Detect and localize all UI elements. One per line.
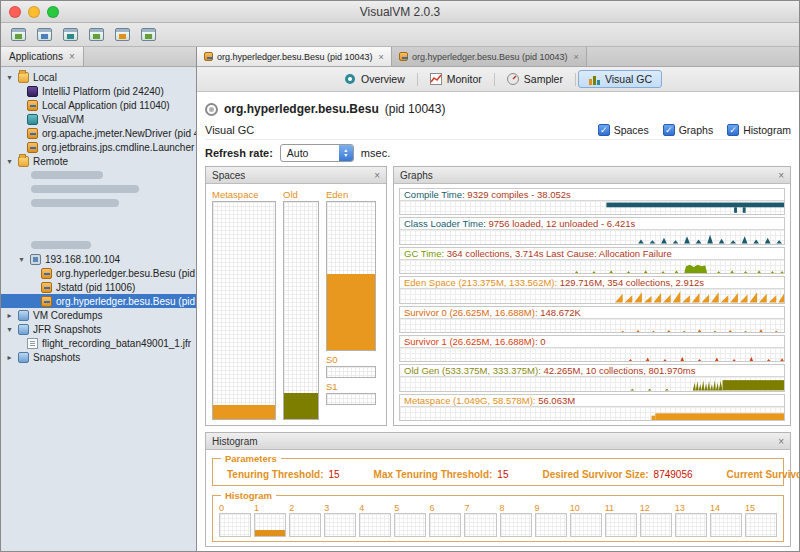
minimize-window-button[interactable]	[28, 6, 40, 18]
java-app-icon	[41, 296, 52, 307]
graphs-panel: Graphs × Compile Time: 9329 compiles - 3…	[393, 166, 791, 426]
checkbox-label: Spaces	[614, 124, 649, 136]
graph-value: 129.716M, 354 collections, 2.912s	[560, 277, 704, 288]
tenuring-threshold: Tenuring Threshold:15	[227, 469, 340, 480]
graph-row-compile-time: Compile Time: 9329 compiles - 38.052s	[399, 188, 785, 215]
survivor0-graph	[400, 319, 784, 332]
old-fill	[284, 393, 318, 419]
sidebar-item-jstatd[interactable]: Jstatd (pid 11006)	[1, 280, 196, 294]
visualvm-app-icon	[27, 114, 38, 125]
tab-label: Monitor	[447, 73, 482, 85]
close-icon[interactable]: ×	[69, 51, 75, 62]
zoom-window-button[interactable]	[47, 6, 59, 18]
sidebar-item-label: Local Application (pid 11040)	[42, 100, 170, 111]
redacted-item[interactable]	[1, 196, 196, 210]
add-application-button[interactable]	[33, 25, 55, 44]
old-space-view	[283, 201, 319, 420]
snapshot-button[interactable]	[59, 25, 81, 44]
graph-row-survivor0: Survivor 0 (26.625M, 16.688M): 148.672K	[399, 306, 785, 333]
sidebar-item-remote-host[interactable]: ▾ 193.168.100.104	[1, 252, 196, 266]
chevron-down-icon[interactable]: ▾	[17, 255, 26, 264]
tab-label: org.hyperledger.besu.Besu (pid 10043)	[412, 52, 568, 62]
histogram-bucket: 5	[394, 503, 426, 537]
graph-label: Class Loader Time:	[404, 218, 486, 229]
sidebar-item-jfr-snapshots[interactable]: ▾ JFR Snapshots	[1, 322, 196, 336]
title-bar: VisualVM 2.0.3	[1, 1, 799, 23]
redacted-item[interactable]	[1, 168, 196, 182]
histogram-bucket: 3	[324, 503, 356, 537]
histogram-panel-header: Histogram ×	[206, 433, 790, 450]
histogram-bucket: 10	[570, 503, 602, 537]
s0-label: S0	[326, 354, 376, 366]
chevron-right-icon[interactable]: ▸	[5, 311, 14, 320]
sidebar-item-local-application[interactable]: Local Application (pid 11040)	[1, 98, 196, 112]
intellij-app-icon	[27, 86, 38, 97]
thread-dump-icon	[89, 28, 104, 41]
sidebar-item-label: flight_recording_batan49001_1.jfr	[42, 338, 191, 349]
tab-visual-gc[interactable]: Visual GC	[578, 70, 662, 88]
graph-value: 0	[540, 336, 545, 347]
chevron-right-icon[interactable]: ▸	[5, 353, 14, 362]
sidebar-item-besu-2-selected[interactable]: org.hyperledger.besu.Besu (pid 10043)	[1, 294, 196, 308]
eden-space-view	[326, 201, 376, 351]
run-gc-button[interactable]	[137, 25, 159, 44]
histogram-bucket: 0	[219, 503, 251, 537]
java-app-icon	[27, 100, 38, 111]
refresh-rate-select[interactable]: Auto ▴▾	[280, 144, 354, 162]
close-window-button[interactable]	[9, 6, 21, 18]
chevron-down-icon[interactable]: ▾	[5, 157, 14, 166]
redacted-item[interactable]	[1, 238, 196, 252]
tab-besu-active[interactable]: org.hyperledger.besu.Besu (pid 10043) ×	[197, 47, 392, 66]
close-icon[interactable]: ×	[778, 170, 784, 181]
graph-row-old-gen: Old Gen (533.375M, 333.375M): 42.265M, 1…	[399, 364, 785, 391]
sidebar-item-visualvm[interactable]: VisualVM	[1, 112, 196, 126]
tab-overview[interactable]: Overview	[334, 70, 415, 88]
sidebar-item-local[interactable]: ▾ Local	[1, 70, 196, 84]
sidebar-item-label: 193.168.100.104	[45, 254, 120, 265]
tab-besu-inactive[interactable]: org.hyperledger.besu.Besu (pid 10043) ×	[392, 47, 587, 66]
sidebar-item-jfr-file[interactable]: flight_recording_batan49001_1.jfr	[1, 336, 196, 350]
current-survivor-size: Current Survivor Size:17498112	[727, 469, 799, 480]
sidebar-item-snapshots[interactable]: ▸ Snapshots	[1, 350, 196, 364]
histogram-bucket: 14	[710, 503, 742, 537]
graph-row-metaspace: Metaspace (1.049G, 58.578M): 56.063M	[399, 394, 785, 421]
java-app-icon	[204, 52, 213, 61]
tab-applications[interactable]: Applications ×	[1, 47, 84, 66]
host-icon	[30, 254, 41, 265]
gc-time-graph	[400, 260, 784, 273]
close-icon[interactable]: ×	[374, 170, 380, 181]
close-icon[interactable]: ×	[379, 52, 384, 62]
close-icon[interactable]: ×	[778, 436, 784, 447]
heap-dump-button[interactable]	[111, 25, 133, 44]
chevron-down-icon[interactable]: ▾	[5, 325, 14, 334]
panel-title: Histogram	[212, 436, 258, 447]
load-snapshot-button[interactable]	[7, 25, 29, 44]
refresh-rate-row: Refresh rate: Auto ▴▾ msec.	[205, 140, 791, 166]
histogram-checkbox[interactable]: ✓ Histogram	[727, 124, 791, 136]
spaces-checkbox[interactable]: ✓ Spaces	[598, 124, 649, 136]
sidebar-item-besu-1[interactable]: org.hyperledger.besu.Besu (pid 10043)	[1, 266, 196, 280]
close-icon[interactable]: ×	[573, 52, 578, 62]
sidebar-item-vm-coredumps[interactable]: ▸ VM Coredumps	[1, 308, 196, 322]
class-loader-graph	[400, 230, 784, 243]
graph-row-survivor1: Survivor 1 (26.625M, 16.688M): 0	[399, 335, 785, 362]
histogram-legend: Histogram	[221, 490, 276, 501]
histogram-bucket: 9	[535, 503, 567, 537]
desired-survivor-size: Desired Survivor Size:8749056	[542, 469, 692, 480]
thread-dump-button[interactable]	[85, 25, 107, 44]
overview-icon	[344, 73, 356, 85]
s1-label: S1	[326, 381, 376, 393]
stepper-icon[interactable]: ▴▾	[339, 145, 353, 161]
chevron-down-icon[interactable]: ▾	[5, 73, 14, 82]
sidebar-item-jps-launcher[interactable]: org.jetbrains.jps.cmdline.Launcher (pid …	[1, 140, 196, 154]
tab-sampler[interactable]: Sampler	[497, 70, 573, 88]
graph-label: Metaspace (1.049G, 58.578M):	[404, 395, 536, 406]
sidebar-item-intellij[interactable]: IntelliJ Platform (pid 24240)	[1, 84, 196, 98]
graphs-checkbox[interactable]: ✓ Graphs	[663, 124, 713, 136]
sidebar-item-jmeter[interactable]: org.apache.jmeter.NewDriver (pid 44779)	[1, 126, 196, 140]
tab-monitor[interactable]: Monitor	[420, 70, 492, 88]
sidebar-item-remote[interactable]: ▾ Remote	[1, 154, 196, 168]
panel-title: Spaces	[212, 170, 245, 181]
redacted-item[interactable]	[1, 182, 196, 196]
sidebar-item-label: org.hyperledger.besu.Besu (pid 10043)	[56, 296, 196, 307]
